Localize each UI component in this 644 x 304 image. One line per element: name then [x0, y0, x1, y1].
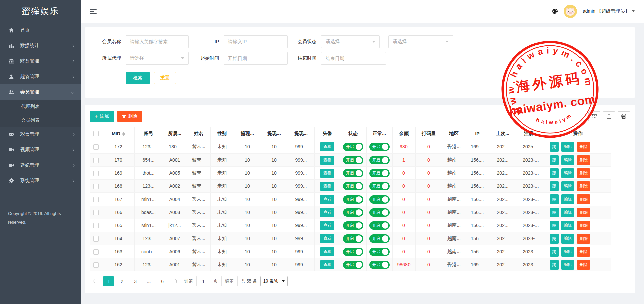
theme-palette-icon[interactable]	[552, 8, 558, 15]
row-checkbox[interactable]	[93, 197, 99, 202]
print-icon[interactable]	[618, 111, 630, 121]
delete-button[interactable]: 删除	[577, 194, 590, 204]
edit-button[interactable]: 编辑	[561, 155, 574, 165]
row-checkbox[interactable]	[93, 210, 99, 215]
sidebar-item-finance[interactable]: 财务管理	[0, 53, 81, 69]
delete-button[interactable]: 删除	[577, 155, 590, 165]
user-menu[interactable]: admin 【超级管理员】	[583, 8, 635, 14]
delete-button[interactable]: 删除	[577, 260, 590, 270]
batch-delete-button[interactable]: 删除	[117, 111, 142, 122]
sidebar-item-members[interactable]: 会员管理	[0, 84, 81, 100]
edit-button[interactable]: 编辑	[561, 260, 574, 270]
add-button[interactable]: + 添加	[90, 111, 114, 122]
view-avatar-button[interactable]: 查看	[320, 260, 334, 269]
kick-button[interactable]: 踢	[550, 247, 559, 257]
edit-button[interactable]: 编辑	[561, 168, 574, 178]
status-toggle[interactable]: 开启	[343, 208, 363, 217]
edit-button[interactable]: 编辑	[561, 181, 574, 191]
reset-button[interactable]: 重置	[154, 72, 176, 84]
status-toggle[interactable]: 开启	[343, 195, 363, 204]
delete-button[interactable]: 删除	[577, 208, 590, 217]
status-toggle[interactable]: 开启	[343, 234, 363, 243]
edit-button[interactable]: 编辑	[561, 208, 574, 217]
status-toggle[interactable]: 开启	[343, 143, 363, 151]
normal-toggle[interactable]: 开启	[369, 208, 390, 217]
view-avatar-button[interactable]: 查看	[320, 182, 334, 191]
sidebar-item-home[interactable]: 首页	[0, 23, 81, 38]
sidebar-item-lottery[interactable]: 彩票管理	[0, 127, 81, 142]
row-checkbox[interactable]	[93, 144, 99, 150]
row-checkbox[interactable]	[93, 262, 99, 268]
user-avatar[interactable]	[564, 5, 577, 18]
kick-button[interactable]: 踢	[550, 181, 559, 191]
kick-button[interactable]: 踢	[550, 234, 559, 244]
row-checkbox[interactable]	[93, 184, 99, 189]
page-size-select[interactable]: 10 条/页	[260, 276, 288, 286]
search-button[interactable]: 检索	[126, 72, 150, 84]
status-toggle[interactable]: 开启	[343, 156, 363, 164]
edit-button[interactable]: 编辑	[561, 194, 574, 204]
end-date-input[interactable]	[321, 52, 386, 65]
sidebar-item-system[interactable]: 系统管理	[0, 173, 81, 188]
normal-toggle[interactable]: 开启	[369, 234, 390, 243]
status-toggle[interactable]: 开启	[343, 248, 363, 256]
kick-button[interactable]: 踢	[550, 155, 559, 165]
page-button-2[interactable]: 2	[117, 276, 127, 286]
normal-toggle[interactable]: 开启	[369, 156, 390, 164]
kick-button[interactable]: 踢	[550, 208, 559, 217]
normal-toggle[interactable]: 开启	[369, 248, 390, 256]
sidebar-item-statistics[interactable]: 数据统计	[0, 38, 81, 53]
row-checkbox[interactable]	[93, 223, 99, 228]
sort-icon[interactable]	[122, 132, 125, 136]
delete-button[interactable]: 删除	[577, 247, 590, 257]
kick-button[interactable]: 踢	[550, 260, 559, 270]
sidebar-subitem-agent-list[interactable]: 代理列表	[0, 100, 81, 113]
row-checkbox[interactable]	[93, 171, 99, 176]
normal-toggle[interactable]: 开启	[369, 261, 390, 269]
view-avatar-button[interactable]: 查看	[320, 234, 334, 243]
kick-button[interactable]: 踢	[550, 221, 559, 230]
page-button-3[interactable]: 3	[130, 276, 140, 286]
start-date-input[interactable]	[224, 52, 288, 65]
page-button-6[interactable]: 6	[157, 276, 167, 286]
normal-toggle[interactable]: 开启	[369, 182, 390, 190]
normal-toggle[interactable]: 开启	[369, 169, 390, 177]
row-checkbox[interactable]	[93, 249, 99, 255]
edit-button[interactable]: 编辑	[561, 221, 574, 230]
view-avatar-button[interactable]: 查看	[320, 169, 334, 178]
select-all-checkbox[interactable]	[93, 131, 99, 136]
kick-button[interactable]: 踢	[550, 168, 559, 178]
agent-select[interactable]: 请选择	[126, 52, 189, 65]
export-icon[interactable]	[603, 111, 615, 121]
edit-button[interactable]: 编辑	[561, 142, 574, 152]
kick-button[interactable]: 踢	[550, 194, 559, 204]
view-avatar-button[interactable]: 查看	[320, 221, 334, 230]
delete-button[interactable]: 删除	[577, 234, 590, 244]
normal-toggle[interactable]: 开启	[369, 195, 390, 204]
member-status-select[interactable]: 请选择	[321, 35, 380, 48]
row-checkbox[interactable]	[93, 158, 99, 163]
view-avatar-button[interactable]: 查看	[320, 208, 334, 217]
filter-columns-icon[interactable]	[588, 111, 600, 121]
member-name-input[interactable]	[126, 35, 189, 48]
sidebar-item-superadmin[interactable]: 超管管理	[0, 69, 81, 84]
sidebar-item-xuanfei[interactable]: 选妃管理	[0, 158, 81, 173]
page-button-1[interactable]: 1	[103, 276, 114, 286]
delete-button[interactable]: 删除	[577, 142, 590, 152]
delete-button[interactable]: 删除	[577, 181, 590, 191]
kick-button[interactable]: 踢	[550, 142, 559, 152]
next-page-button[interactable]	[171, 276, 181, 286]
normal-toggle[interactable]: 开启	[369, 143, 390, 151]
goto-page-input[interactable]	[196, 276, 210, 286]
view-avatar-button[interactable]: 查看	[320, 195, 334, 204]
status-toggle[interactable]: 开启	[343, 261, 363, 269]
col-mid[interactable]: MID	[102, 127, 134, 140]
edit-button[interactable]: 编辑	[561, 247, 574, 257]
status-toggle[interactable]: 开启	[343, 169, 363, 177]
ip-input[interactable]	[224, 35, 288, 48]
menu-toggle-icon[interactable]	[90, 9, 97, 14]
view-avatar-button[interactable]: 查看	[320, 156, 334, 165]
goto-confirm-button[interactable]: 确定	[221, 276, 238, 286]
secondary-status-select[interactable]: 请选择	[388, 35, 453, 48]
edit-button[interactable]: 编辑	[561, 234, 574, 244]
